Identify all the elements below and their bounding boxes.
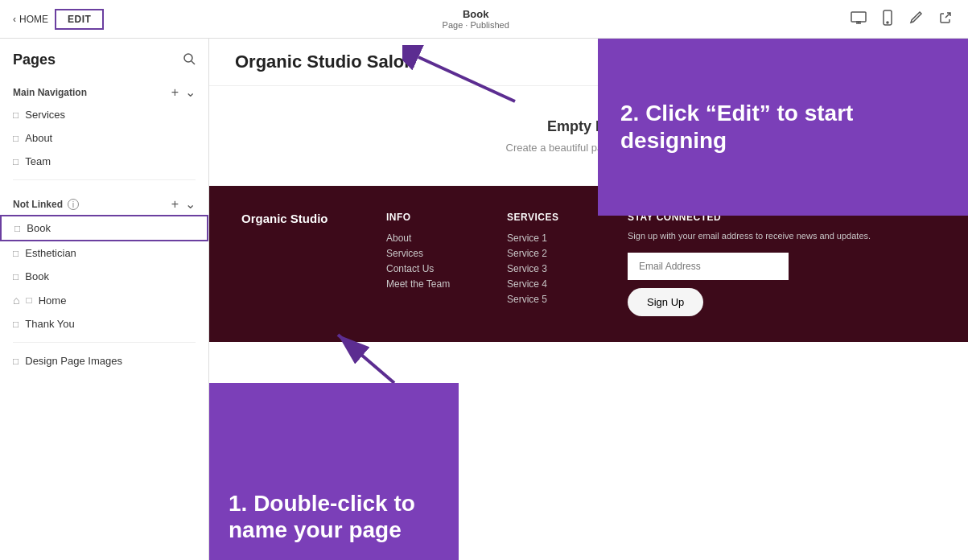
website-footer: Organic Studio INFO About Services Conta…	[209, 186, 968, 342]
empty-page-subtitle: Create a beautiful page by adding...	[235, 142, 942, 154]
page-icon: □	[13, 109, 19, 121]
sidebar-item-esthetician[interactable]: □ Esthetician	[0, 241, 208, 265]
footer-brand: Organic Studio	[241, 212, 354, 316]
page-icon: □	[13, 319, 19, 330]
add-not-linked-button[interactable]: +	[171, 197, 179, 212]
sidebar: Pages Main Navigation + ⌄ □ Services □ A…	[0, 39, 209, 560]
top-bar-left: ‹ HOME EDIT	[13, 9, 104, 30]
sidebar-item-book2[interactable]: □ Book	[0, 265, 208, 288]
sidebar-item-label: Book	[27, 222, 51, 234]
footer-services-title: SERVICES	[507, 212, 595, 223]
home-link[interactable]: ‹ HOME	[13, 14, 48, 25]
svg-point-6	[184, 54, 192, 62]
external-link-button[interactable]	[936, 8, 955, 31]
svg-point-5	[887, 22, 888, 23]
website-nav-links: Services About	[851, 56, 942, 68]
footer-signup-button[interactable]: Sign Up	[628, 288, 703, 316]
footer-service-1[interactable]: Service 1	[507, 233, 595, 244]
nav-link-about[interactable]: About	[912, 56, 942, 68]
sidebar-search-button[interactable]	[183, 52, 196, 68]
svg-line-7	[192, 61, 195, 64]
page-icon: □	[14, 223, 20, 234]
footer-service-5[interactable]: Service 5	[507, 294, 595, 305]
page-status: Page · Published	[443, 20, 509, 30]
top-bar: ‹ HOME EDIT Book Page · Published	[0, 0, 968, 39]
main-nav-section-header: Main Navigation + ⌄	[0, 75, 208, 103]
not-linked-label: Not Linked	[13, 199, 63, 210]
chevron-left-icon: ‹	[13, 14, 16, 25]
footer-newsletter-title: STAY CONNECTED	[628, 212, 936, 223]
footer-service-2[interactable]: Service 2	[507, 248, 595, 259]
sidebar-item-design-page-images[interactable]: □ Design Page Images	[0, 349, 208, 373]
nav-link-services[interactable]: Services	[851, 56, 894, 68]
footer-service-3[interactable]: Service 3	[507, 263, 595, 274]
sidebar-item-label: Esthetician	[25, 247, 76, 259]
sidebar-item-label: Home	[39, 294, 67, 307]
footer-link-services[interactable]: Services	[386, 248, 475, 259]
mobile-view-button[interactable]	[879, 6, 896, 32]
website-nav: Organic Studio Salon Services About	[209, 39, 968, 86]
home-icon: ⌂	[13, 294, 19, 307]
page-icon: □	[13, 356, 19, 367]
sidebar-item-thank-you[interactable]: □ Thank You	[0, 312, 208, 336]
sidebar-item-label: Services	[25, 109, 65, 121]
sidebar-item-label: Thank You	[25, 318, 74, 330]
sidebar-item-label: Team	[25, 155, 51, 167]
page-icon: □	[13, 248, 19, 259]
footer-brand-name: Organic Studio	[241, 212, 354, 225]
pen-tool-button[interactable]	[905, 7, 926, 31]
top-bar-center: Book Page · Published	[443, 8, 509, 30]
add-main-nav-button[interactable]: +	[171, 85, 179, 100]
sidebar-item-label: Book	[25, 270, 49, 282]
website-preview: Organic Studio Salon Services About Empt…	[209, 39, 968, 560]
footer-services-links: Service 1 Service 2 Service 3 Service 4 …	[507, 233, 595, 305]
callout-box-1: 1. Double-click to name your page	[209, 383, 459, 560]
page-name: Book	[443, 8, 509, 20]
sidebar-item-label: About	[25, 132, 52, 144]
sidebar-item-about[interactable]: □ About	[0, 126, 208, 150]
sidebar-item-services[interactable]: □ Services	[0, 103, 208, 126]
empty-page-area: Empty Page Create a beautiful page by ad…	[209, 86, 968, 186]
desktop-view-button[interactable]	[847, 8, 870, 31]
not-linked-section-header: Not Linked i + ⌄	[0, 187, 208, 215]
expand-not-linked-button[interactable]: ⌄	[185, 196, 196, 212]
footer-info-title: INFO	[386, 212, 475, 223]
sidebar-item-book-active[interactable]: □ Book	[0, 215, 208, 241]
page-icon: □	[13, 271, 19, 282]
main-nav-label: Main Navigation	[13, 87, 87, 98]
divider	[13, 179, 196, 180]
footer-newsletter: STAY CONNECTED Sign up with your email a…	[628, 212, 936, 316]
empty-page-title: Empty Page	[235, 118, 942, 135]
footer-service-4[interactable]: Service 4	[507, 278, 595, 290]
footer-link-team[interactable]: Meet the Team	[386, 278, 475, 290]
page-icon: □	[26, 294, 31, 306]
footer-link-contact[interactable]: Contact Us	[386, 263, 475, 274]
info-icon: i	[68, 199, 79, 210]
sidebar-item-home[interactable]: ⌂ □ Home	[0, 288, 208, 312]
top-bar-right	[847, 6, 955, 32]
website-logo: Organic Studio Salon	[235, 51, 415, 72]
footer-newsletter-subtitle: Sign up with your email address to recei…	[628, 229, 936, 243]
callout-1-text: 1. Double-click to name your page	[229, 490, 439, 544]
main-layout: Pages Main Navigation + ⌄ □ Services □ A…	[0, 39, 968, 560]
main-nav-actions: + ⌄	[171, 84, 196, 100]
footer-email-input[interactable]	[628, 253, 789, 280]
content-area: Organic Studio Salon Services About Empt…	[209, 39, 968, 560]
home-link-label: HOME	[19, 14, 48, 25]
page-icon: □	[13, 133, 19, 144]
sidebar-item-team[interactable]: □ Team	[0, 150, 208, 173]
edit-button[interactable]: EDIT	[55, 9, 104, 30]
not-linked-actions: + ⌄	[171, 196, 196, 212]
footer-link-about[interactable]: About	[386, 233, 475, 244]
svg-rect-0	[851, 12, 866, 22]
footer-info-links: About Services Contact Us Meet the Team	[386, 233, 475, 290]
page-icon: □	[13, 156, 19, 167]
expand-main-nav-button[interactable]: ⌄	[185, 84, 196, 100]
sidebar-title: Pages	[13, 51, 56, 68]
footer-services-col: SERVICES Service 1 Service 2 Service 3 S…	[507, 212, 595, 316]
footer-info-col: INFO About Services Contact Us Meet the …	[386, 212, 475, 316]
sidebar-header: Pages	[0, 39, 208, 75]
sidebar-item-label: Design Page Images	[25, 355, 122, 367]
divider-bottom	[13, 342, 196, 343]
